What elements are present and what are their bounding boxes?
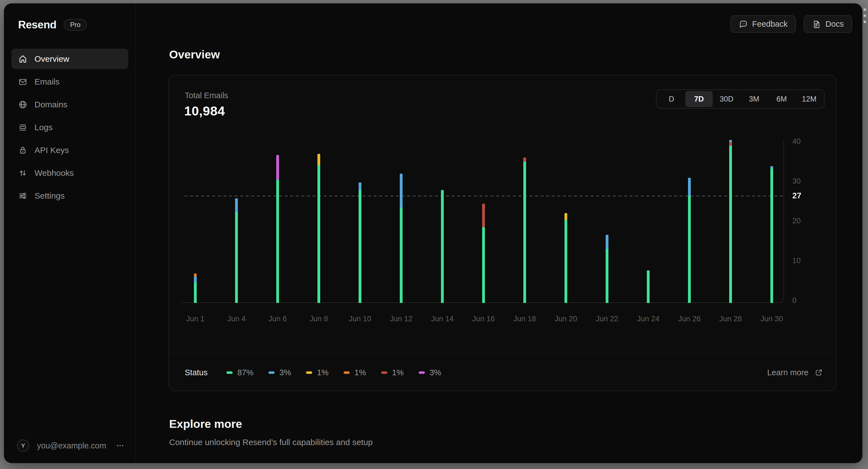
card-footer: Status 87%3%1%1%1%3% Learn more: [185, 353, 823, 392]
bar-segment-red: [482, 204, 485, 227]
bar-segment-blue: [194, 277, 197, 282]
sidebar-item-label: Domains: [34, 100, 67, 109]
globe-icon: [18, 100, 28, 109]
chart-bar[interactable]: [647, 271, 650, 303]
legend-percent: 3%: [430, 368, 441, 377]
legend-percent: 1%: [317, 368, 329, 377]
legend-swatch-orange: [344, 371, 350, 374]
sidebar-item-webhooks[interactable]: Webhooks: [11, 163, 128, 183]
learn-more-link[interactable]: Learn more: [767, 368, 823, 377]
home-icon: [18, 54, 28, 64]
app-window: Resend Pro Overview Emails: [4, 3, 862, 463]
chart-y-axis: 01020304027: [792, 75, 826, 303]
speech-bubble-icon: [739, 20, 748, 29]
sidebar-item-api-keys[interactable]: API Keys: [11, 140, 128, 160]
sidebar-item-label: Webhooks: [34, 168, 74, 178]
legend-swatch-green: [226, 371, 232, 374]
chart-bar[interactable]: [523, 157, 526, 303]
docs-button[interactable]: Docs: [804, 15, 852, 33]
envelope-icon: [18, 77, 28, 87]
bar-segment-green: [441, 190, 444, 303]
sidebar-item-label: Settings: [34, 191, 65, 200]
sidebar-item-label: Emails: [34, 77, 60, 87]
x-axis-label: Jun 16: [467, 315, 500, 323]
legend-item-blue: 3%: [269, 368, 291, 377]
x-axis-label: Jun 10: [343, 315, 377, 323]
y-axis-tick: 10: [792, 256, 801, 265]
bar-segment-green: [359, 190, 362, 303]
legend-percent: 1%: [392, 368, 404, 377]
bar-segment-orange: [194, 274, 197, 277]
bar-segment-green: [482, 227, 485, 303]
legend-percent: 87%: [237, 368, 253, 377]
legend-percent: 3%: [279, 368, 291, 377]
explore-more-subtitle: Continue unlocking Resend’s full capabil…: [169, 438, 373, 447]
chart-x-labels: Jun 1Jun 4Jun 6Jun 8Jun 10Jun 12Jun 14Ju…: [169, 315, 784, 326]
ellipsis-icon[interactable]: [113, 441, 127, 450]
logs-icon: [18, 123, 28, 132]
y-axis-tick: 0: [792, 296, 797, 305]
explore-more-title: Explore more: [169, 417, 242, 431]
bar-segment-green: [400, 208, 403, 303]
bar-segment-yellow: [564, 213, 567, 220]
chart-bar[interactable]: [564, 213, 567, 303]
chart-bar[interactable]: [770, 166, 773, 303]
chart-bar[interactable]: [359, 183, 362, 303]
chart-bar[interactable]: [441, 190, 444, 303]
sidebar-item-emails[interactable]: Emails: [11, 71, 128, 92]
legend-item-magenta: 3%: [419, 368, 441, 377]
chart-bar[interactable]: [482, 204, 485, 303]
bar-segment-blue: [729, 140, 732, 143]
bar-segment-blue: [359, 183, 362, 191]
page-title: Overview: [169, 48, 220, 61]
bar-segment-red: [729, 142, 732, 146]
chart-bar[interactable]: [317, 154, 320, 303]
legend-swatch-magenta: [419, 371, 425, 374]
x-axis-label: Jun 22: [590, 315, 624, 323]
sidebar-item-logs[interactable]: Logs: [11, 117, 128, 137]
bar-segment-green: [606, 249, 609, 303]
x-axis-label: Jun 18: [508, 315, 541, 323]
y-axis-tick: 30: [792, 177, 801, 186]
legend-swatch-yellow: [306, 371, 312, 374]
feedback-button[interactable]: Feedback: [731, 15, 796, 33]
chart-bar[interactable]: [606, 235, 609, 303]
sidebar-item-settings[interactable]: Settings: [11, 186, 128, 206]
x-axis-label: Jun 26: [673, 315, 706, 323]
topbar-actions: Feedback Docs: [731, 15, 852, 33]
x-axis-label: Jun 30: [755, 315, 788, 323]
x-axis-label: Jun 20: [549, 315, 583, 323]
bar-segment-blue: [606, 235, 609, 249]
x-axis-label: Jun 1: [179, 315, 212, 323]
sidebar-item-overview[interactable]: Overview: [11, 49, 128, 69]
chart-bar[interactable]: [235, 198, 238, 303]
chart-bar[interactable]: [276, 155, 279, 303]
legend-item-green: 87%: [226, 368, 253, 377]
y-axis-tick: 20: [792, 217, 801, 225]
legend-swatch-red: [381, 371, 387, 374]
chart-bar[interactable]: [194, 274, 197, 303]
window-scrollbar-dots[interactable]: [864, 8, 866, 23]
bar-segment-blue: [235, 198, 238, 212]
external-link-icon: [814, 368, 823, 377]
bar-segment-blue: [400, 174, 403, 208]
sidebar-item-domains[interactable]: Domains: [11, 94, 128, 115]
total-emails-card: Total Emails 10,984 D 7D 30D 3M 6M 12M J…: [168, 75, 836, 391]
chart-bar[interactable]: [688, 178, 691, 303]
chart-bar[interactable]: [729, 140, 732, 303]
docs-label: Docs: [826, 20, 844, 29]
bar-segment-green: [688, 195, 691, 303]
y-axis-highlight-value: 27: [792, 191, 801, 200]
learn-more-label: Learn more: [767, 368, 808, 377]
chart-bar[interactable]: [400, 174, 403, 303]
sidebar-item-label: Overview: [34, 54, 69, 64]
user-row[interactable]: Y you@example.com: [17, 439, 127, 452]
main-content: Feedback Docs Overview Total Emails 10,9…: [136, 4, 862, 463]
bar-segment-green: [523, 162, 526, 303]
legend-item-red: 1%: [381, 368, 404, 377]
sidebar-item-label: Logs: [34, 123, 53, 132]
bar-segment-green: [564, 220, 567, 303]
legend-swatch-blue: [269, 371, 275, 374]
x-axis-label: Jun 4: [220, 315, 253, 323]
legend-item-yellow: 1%: [306, 368, 329, 377]
